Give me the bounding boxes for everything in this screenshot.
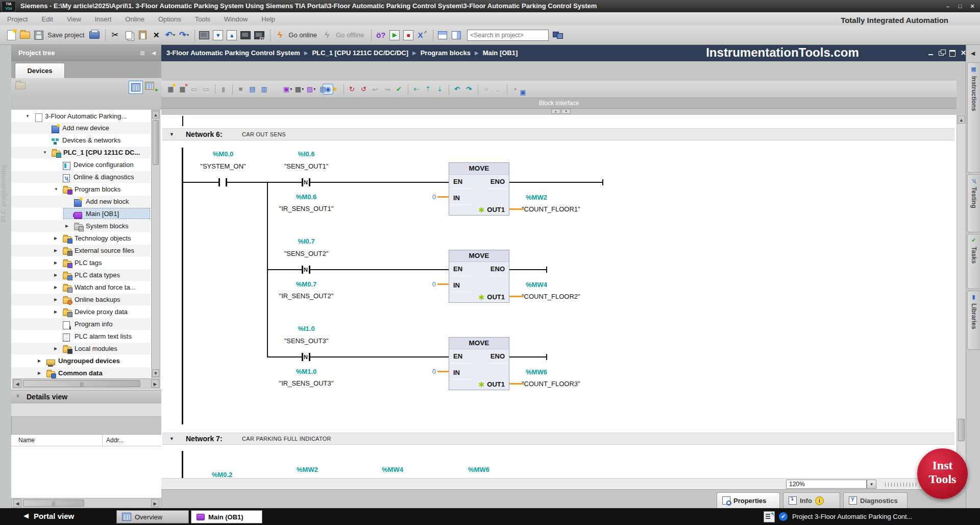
stop-simulation-icon[interactable]: ■ — [402, 29, 414, 41]
dest-name[interactable]: "COUNT_FLOOR3" — [522, 380, 619, 388]
details-name-column[interactable]: Name — [18, 437, 35, 444]
operand-address[interactable]: %MW4 — [354, 466, 431, 473]
outline-icon[interactable]: ≡ — [235, 84, 246, 94]
goto-previous-error-icon[interactable]: ⇠ — [411, 84, 422, 94]
delete-icon[interactable]: ✕ — [150, 29, 162, 41]
dest-address[interactable]: %MW4 — [526, 281, 607, 289]
auto-collapse-icon[interactable]: ▥ — [138, 49, 147, 57]
cross-references-icon[interactable]: X↗ — [416, 29, 428, 41]
tree-item-online-diagnostics[interactable]: ʯOnline & diagnostics — [11, 171, 150, 183]
menu-options[interactable]: Options — [158, 15, 181, 23]
scrollbar-thumb[interactable]: ||| — [23, 380, 140, 387]
insert-network-icon[interactable]: ▦✱ — [165, 84, 176, 94]
tree-horizontal-scrollbar[interactable]: ◀ ||| ▶ — [12, 378, 160, 389]
splitter-down-icon[interactable]: ▼ — [561, 109, 571, 114]
tree-item-common-data[interactable]: Common data — [11, 367, 150, 379]
in-pin[interactable]: IN — [453, 194, 460, 202]
tree-item-program-blocks[interactable]: Program blocks — [11, 183, 150, 195]
menu-window[interactable]: Window — [224, 15, 248, 23]
expand-panel-left-icon[interactable]: ◀ — [968, 48, 977, 58]
go-online-icon[interactable]: ϟ — [274, 29, 286, 41]
update-block-calls-icon[interactable]: ⇣ — [434, 84, 445, 94]
dest-address[interactable]: %MW6 — [526, 368, 607, 376]
scroll-right-icon[interactable]: ▶ — [151, 499, 159, 507]
add-folder-icon[interactable] — [15, 82, 26, 90]
delete-network-icon[interactable]: ▦✕ — [177, 84, 188, 94]
download-to-device-icon[interactable]: ▼ — [212, 29, 224, 41]
insert-branch-icon[interactable]: ▨▾ — [306, 84, 316, 94]
chevron-right-icon[interactable] — [65, 224, 70, 229]
scroll-up-icon[interactable]: ▲ — [152, 111, 159, 118]
settings-icon[interactable]: ○ — [481, 84, 492, 94]
tree-item-add-new-device[interactable]: Add new device — [11, 122, 150, 134]
tree-item-program-info[interactable]: Program info — [11, 318, 150, 330]
nav-forward-icon[interactable]: ↷ — [463, 84, 474, 94]
scroll-left-icon[interactable]: ◀ — [13, 379, 21, 388]
go-to-icon[interactable]: ▮ — [218, 84, 229, 94]
tree-item-system-blocks[interactable]: System blocks — [11, 220, 150, 232]
splitter-up-icon[interactable]: ▲ — [551, 109, 560, 114]
in-constant-value[interactable]: 0 — [410, 280, 436, 288]
tree-item-plc-data-types[interactable]: PLC data types — [11, 269, 150, 281]
operand-name[interactable]: "SENS_OUT2" — [260, 250, 352, 257]
window-minimize-icon[interactable]: – — [943, 3, 952, 10]
operand-name[interactable]: "SENS_OUT3" — [260, 337, 352, 345]
chevron-down-icon[interactable] — [54, 187, 59, 192]
tree-item-device-proxy-data[interactable]: Device proxy data — [11, 306, 150, 318]
window-maximize-icon[interactable]: □ — [955, 3, 965, 10]
start-simulation-icon[interactable]: ▶ — [388, 29, 401, 41]
scrollbar-thumb[interactable] — [153, 120, 159, 165]
tree-item-external-source-files[interactable]: External source files — [11, 245, 150, 256]
scroll-up-icon[interactable]: ▲ — [958, 115, 965, 124]
dest-address[interactable]: %MW2 — [526, 194, 607, 201]
chevron-right-icon[interactable] — [54, 260, 59, 266]
tab-instructions[interactable]: ▦ Instructions — [967, 62, 980, 173]
n-contact-symbol[interactable] — [302, 353, 303, 361]
n-contact-symbol[interactable] — [309, 353, 310, 361]
zoom-dropdown-icon[interactable]: ▼ — [867, 480, 876, 489]
edge-memory-address[interactable]: %M1.0 — [260, 368, 352, 375]
favorites-icon[interactable]: ★ — [329, 84, 340, 94]
tree-item-plc1[interactable]: PLC_1 [CPU 1211C DC... — [11, 147, 150, 158]
edge-memory-name[interactable]: "IR_SENS_OUT2" — [260, 292, 352, 300]
save-icon[interactable] — [33, 29, 45, 41]
in-constant-value[interactable]: 0 — [410, 368, 436, 375]
chevron-right-icon[interactable] — [38, 371, 43, 376]
stop-cpu-icon[interactable]: RT — [253, 29, 265, 41]
details-address-column[interactable]: Addr... — [106, 437, 124, 444]
menu-insert[interactable]: Insert — [95, 15, 112, 23]
upload-from-device-icon[interactable]: ▲ — [226, 29, 238, 41]
breadcrumb-project[interactable]: 3-Floor Automatic Parking Control System — [166, 49, 300, 57]
edge-memory-name[interactable]: "IR_SENS_OUT1" — [260, 205, 352, 212]
accessible-devices-icon[interactable]: ö? — [375, 29, 387, 41]
go-offline-label[interactable]: Go offline — [336, 31, 364, 39]
insert-operand-icon[interactable]: ▩▾ — [294, 84, 305, 94]
editor-vertical-scrollbar[interactable]: ▲ ▼ — [957, 115, 966, 489]
expand-editor-icon[interactable]: ▣ — [518, 87, 528, 98]
operand-address[interactable]: %I0.6 — [260, 150, 352, 158]
rewire-icon[interactable]: ▭ — [201, 84, 211, 94]
split-editor-vertical-icon[interactable] — [450, 29, 462, 41]
expand-networks-icon[interactable]: ▤ — [247, 84, 258, 94]
scrollbar-thumb[interactable]: ||| — [23, 499, 84, 507]
tree-item-local-modules[interactable]: Local modules — [11, 343, 150, 354]
pane-minimize-icon[interactable] — [927, 49, 936, 57]
edge-memory-address[interactable]: %M0.6 — [260, 193, 352, 201]
interface-splitter[interactable]: ▲ ▼ — [551, 109, 572, 114]
chevron-right-icon[interactable] — [54, 346, 59, 351]
network7-header[interactable]: ▼ Network 7: CAR PARKING FULL INDICATOR — [162, 433, 954, 445]
scroll-down-icon[interactable]: ▼ — [152, 369, 159, 377]
tab-devices[interactable]: Devices — [15, 63, 65, 79]
rename-icon[interactable]: ▭ — [189, 84, 200, 94]
paste-icon[interactable] — [136, 29, 149, 41]
open-in-new-editor-icon[interactable]: ▸ — [145, 82, 156, 91]
tree-item-plc-alarm-text-lists[interactable]: PLC alarm text lists — [11, 330, 150, 342]
tab-diagnostics[interactable]: Diagnostics — [843, 492, 908, 508]
print-icon[interactable] — [88, 29, 101, 41]
menu-project[interactable]: Project — [7, 15, 28, 23]
chevron-down-icon[interactable]: ▼ — [169, 132, 174, 137]
tree-item-watch-force-tables[interactable]: Watch and force ta... — [11, 281, 150, 293]
menu-online[interactable]: Online — [125, 15, 144, 23]
tree-item-device-configuration[interactable]: Device configuration — [11, 159, 150, 171]
window-close-icon[interactable]: ✕ — [968, 3, 977, 10]
